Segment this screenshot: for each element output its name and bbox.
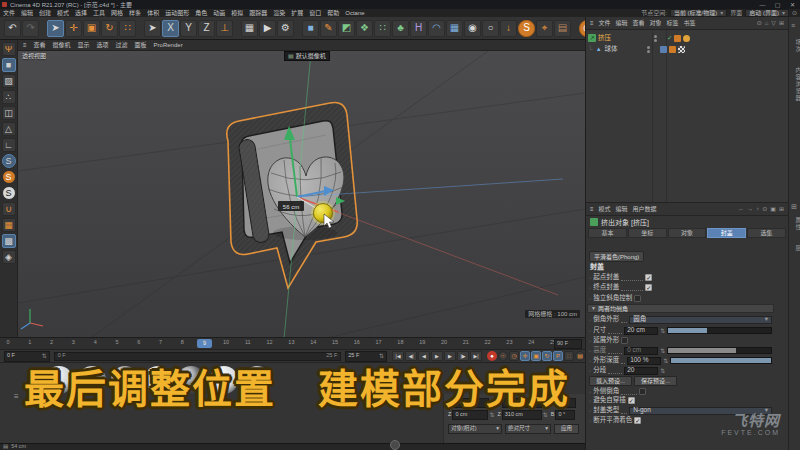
menu-item-0[interactable]: 文件	[0, 10, 18, 16]
timeline-tick[interactable]: 23	[506, 340, 512, 346]
workplane-icon[interactable]: ∟	[2, 138, 16, 152]
material-menu-icon[interactable]: ≡	[14, 393, 19, 401]
timeline-tick[interactable]: 22	[485, 340, 491, 346]
lock-y-axis-icon[interactable]: Y	[180, 20, 197, 37]
timeline-tick[interactable]: 19	[419, 340, 425, 346]
tweak-tool-icon[interactable]: Ψ	[2, 42, 16, 56]
menu-item-18[interactable]: Octane	[342, 10, 367, 16]
attribute-tab-4[interactable]: 选集	[747, 228, 786, 238]
timeline-tick[interactable]: 10	[223, 340, 229, 346]
om-menu-4[interactable]: 标签	[667, 20, 679, 26]
independent-bevel-checkbox[interactable]	[634, 295, 641, 302]
timeline-tick[interactable]: 4	[94, 340, 97, 346]
am-menu-0[interactable]: 模式	[599, 206, 611, 212]
apply-button[interactable]: 应用	[554, 424, 579, 434]
bevel-section-bar[interactable]: ▼ 两者均倒角	[587, 304, 774, 313]
om-menu-3[interactable]: 对象	[650, 20, 662, 26]
minimize-button[interactable]: —	[755, 2, 770, 8]
viewport-menu-1[interactable]: 摄像机	[53, 42, 71, 48]
render-settings-icon[interactable]: ⚙	[277, 20, 294, 37]
phong-shading-button[interactable]: 平滑着色(Phong)	[589, 251, 644, 262]
timeline-tick[interactable]: 1	[28, 340, 31, 346]
menu-item-12[interactable]: 模拟	[228, 10, 246, 16]
menu-item-17[interactable]: 帮助	[324, 10, 342, 16]
segments-field[interactable]: 20	[624, 367, 658, 375]
coord-field[interactable]: 310 cm	[502, 410, 542, 420]
menu-item-5[interactable]: 工具	[90, 10, 108, 16]
menu-item-1[interactable]: 编辑	[18, 10, 36, 16]
depth-slider[interactable]	[670, 357, 772, 364]
filter-icon[interactable]: ▽	[771, 20, 776, 26]
om-menu-1[interactable]: 编辑	[616, 20, 628, 26]
timeline-tick[interactable]: 21	[463, 340, 469, 346]
light-icon[interactable]: ○	[482, 20, 499, 37]
coord-field[interactable]: 0 °	[555, 410, 575, 420]
solo-off-icon[interactable]: ◈	[2, 250, 16, 264]
spinner-icon[interactable]: ⇅	[660, 368, 665, 374]
symmetry-icon[interactable]: H	[410, 20, 427, 37]
preview-range-slider[interactable]: 0 F25 F	[54, 352, 342, 361]
autokey-button[interactable]: ☉	[498, 351, 508, 361]
menu-item-13[interactable]: 跟踪器	[246, 10, 270, 16]
panel-menu-icon[interactable]: ≡	[23, 42, 27, 48]
attribute-tab-0[interactable]: 基本	[588, 228, 627, 238]
extend-shape-checkbox[interactable]	[621, 337, 628, 344]
timeline-tick[interactable]: 5	[115, 340, 118, 346]
rotate-icon[interactable]: ↻	[101, 20, 118, 37]
up-icon[interactable]: ↑	[756, 206, 759, 212]
search-icon[interactable]: ⊙	[792, 10, 797, 16]
timeline-tick[interactable]: 20	[441, 340, 447, 346]
live-selection-icon[interactable]: ➤	[47, 20, 64, 37]
key-position-toggle[interactable]: ✛	[520, 351, 530, 361]
close-button[interactable]: ✕	[785, 2, 800, 8]
timeline-tick[interactable]: 7	[159, 340, 162, 346]
bevel-size-field[interactable]: 20 cm	[624, 327, 658, 335]
interface-dropdown[interactable]: 启动 (界面)▾	[745, 9, 789, 17]
object-label[interactable]: 球体	[605, 46, 645, 53]
range-end-field[interactable]: 25 F⇅	[345, 351, 387, 362]
menu-item-16[interactable]: 窗口	[306, 10, 324, 16]
tag-icon[interactable]	[660, 46, 667, 53]
menu-item-2[interactable]: 创建	[36, 10, 54, 16]
cloner-icon[interactable]: ∷	[374, 20, 391, 37]
om-menu-2[interactable]: 查看	[633, 20, 645, 26]
end-cap-checkbox[interactable]: ✓	[645, 284, 652, 291]
object-row-extrude[interactable]: ↗ 挤压 ✓	[588, 33, 786, 43]
spinner-icon[interactable]: ⇅	[660, 328, 665, 334]
menu-item-15[interactable]: 扩展	[288, 10, 306, 16]
next-frame-button[interactable]: ▶	[444, 351, 456, 361]
viewport-menu-2[interactable]: 显示	[78, 42, 90, 48]
cluster-icon[interactable]: ♣	[392, 20, 409, 37]
tab-attributes[interactable]: 属性	[789, 217, 800, 231]
lock-x-axis-icon[interactable]: X	[162, 20, 179, 37]
spinner-icon[interactable]: ⇅	[663, 358, 668, 364]
visibility-dots[interactable]	[647, 46, 650, 53]
redo-icon[interactable]: ↷	[22, 20, 39, 37]
weave-icon[interactable]: ▦	[2, 218, 16, 232]
save-preset-button[interactable]: 保存预设...	[634, 376, 677, 386]
timeline-tick[interactable]: 8	[181, 340, 184, 346]
timeline-tick[interactable]: 0	[6, 340, 9, 346]
menu-item-11[interactable]: 动画	[210, 10, 228, 16]
timeline-tick[interactable]: 2	[50, 340, 53, 346]
move-icon[interactable]: ✛	[65, 20, 82, 37]
points-mode-icon[interactable]: ∴	[2, 90, 16, 104]
menu-item-7[interactable]: 样条	[126, 10, 144, 16]
timeline-tick[interactable]: 14	[310, 340, 316, 346]
back-icon[interactable]: ←	[738, 206, 744, 212]
spline-primitive-icon[interactable]: ◠	[428, 20, 445, 37]
timeline-tick[interactable]: 13	[288, 340, 294, 346]
menu-item-3[interactable]: 模式	[54, 10, 72, 16]
enabled-check-icon[interactable]: ✓	[667, 35, 672, 42]
menu-item-8[interactable]: 体积	[144, 10, 162, 16]
prev-key-button[interactable]: ◀|	[405, 351, 417, 361]
search-icon[interactable]: ⊙	[762, 206, 767, 212]
object-label[interactable]: 挤压	[598, 35, 646, 42]
viewport-menu-3[interactable]: 选项	[97, 42, 109, 48]
height-slider[interactable]	[667, 347, 772, 354]
render-view-icon[interactable]: ▦	[241, 20, 258, 37]
magnet-icon[interactable]: ∪	[2, 202, 16, 216]
om-menu-5[interactable]: 书签	[684, 20, 696, 26]
polygons-mode-icon[interactable]: △	[2, 122, 16, 136]
load-preset-button[interactable]: 载入预设...	[589, 376, 632, 386]
